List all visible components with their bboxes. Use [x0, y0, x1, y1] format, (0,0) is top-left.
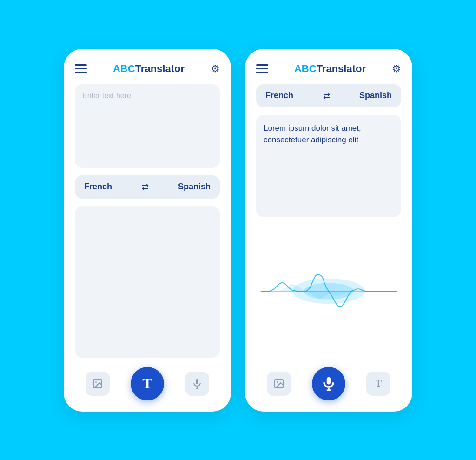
text-button-2[interactable]: T [366, 372, 390, 396]
text-mode-button[interactable]: T [131, 367, 164, 400]
language-selector-2[interactable]: French ⇄ Spanish [256, 84, 401, 107]
menu-icon[interactable] [75, 64, 87, 73]
app-title-2: ABCTranslator [294, 63, 366, 75]
bottom-bar-1: T [75, 365, 220, 400]
mic-icon-1 [192, 378, 203, 389]
mic-button-1[interactable] [185, 372, 209, 396]
settings-icon[interactable]: ⚙ [211, 63, 220, 75]
svg-rect-2 [196, 379, 198, 384]
mic-icon-main [321, 376, 337, 392]
app-title-1: ABCTranslator [113, 63, 185, 75]
image-button-1[interactable] [86, 372, 110, 396]
phone-2: ABCTranslator ⚙ French ⇄ Spanish Lorem i… [245, 49, 412, 412]
target-language-1: Spanish [178, 182, 211, 192]
settings-icon-2[interactable]: ⚙ [392, 63, 401, 75]
waveform-container [256, 225, 401, 358]
target-language-2: Spanish [359, 91, 392, 100]
swap-icon-1[interactable]: ⇄ [142, 182, 149, 192]
text-icon-2: T [376, 378, 382, 389]
app-title-abc-2: ABC [294, 63, 317, 74]
text-input[interactable] [82, 92, 212, 160]
phones-container: ABCTranslator ⚙ French ⇄ Spanish [64, 49, 412, 412]
text-icon: T [142, 375, 152, 392]
phone-2-header: ABCTranslator ⚙ [256, 63, 401, 75]
translated-text: Lorem ipsum dolor sit amet, consectetuer… [264, 122, 394, 146]
output-panel-2: Lorem ipsum dolor sit amet, consectetuer… [256, 115, 401, 217]
output-panel-1 [75, 206, 220, 358]
svg-point-9 [277, 381, 278, 383]
waveform-svg [256, 273, 401, 310]
phone-1: ABCTranslator ⚙ French ⇄ Spanish [64, 49, 231, 412]
menu-icon-2[interactable] [256, 64, 268, 73]
image-icon-1 [92, 378, 103, 389]
image-button-2[interactable] [267, 372, 291, 396]
svg-rect-10 [327, 377, 331, 384]
app-title-translator-2: Translator [317, 63, 366, 74]
text-input-panel [75, 84, 220, 168]
voice-mode-button[interactable] [312, 367, 345, 400]
image-icon-2 [273, 378, 284, 389]
svg-point-1 [95, 381, 97, 383]
language-selector-1[interactable]: French ⇄ Spanish [75, 175, 220, 199]
app-title-abc: ABC [113, 63, 135, 74]
phone-1-header: ABCTranslator ⚙ [75, 63, 220, 75]
app-title-translator: Translator [135, 63, 185, 74]
source-language-2: French [265, 91, 293, 100]
bottom-bar-2: T [256, 365, 401, 400]
source-language-1: French [84, 182, 112, 192]
swap-icon-2[interactable]: ⇄ [323, 91, 330, 101]
